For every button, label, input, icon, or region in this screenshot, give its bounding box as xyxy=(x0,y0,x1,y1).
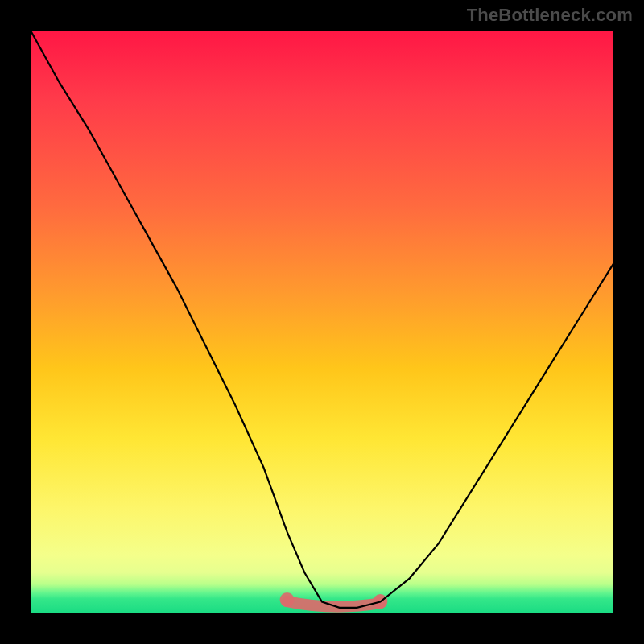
watermark-text: TheBottleneck.com xyxy=(467,5,633,26)
bottleneck-curve-path xyxy=(31,31,613,608)
plot-area xyxy=(31,31,613,613)
chart-frame: TheBottleneck.com xyxy=(0,0,644,644)
bottleneck-curve-svg xyxy=(31,31,613,613)
curve-accent-dot-left xyxy=(280,592,295,607)
